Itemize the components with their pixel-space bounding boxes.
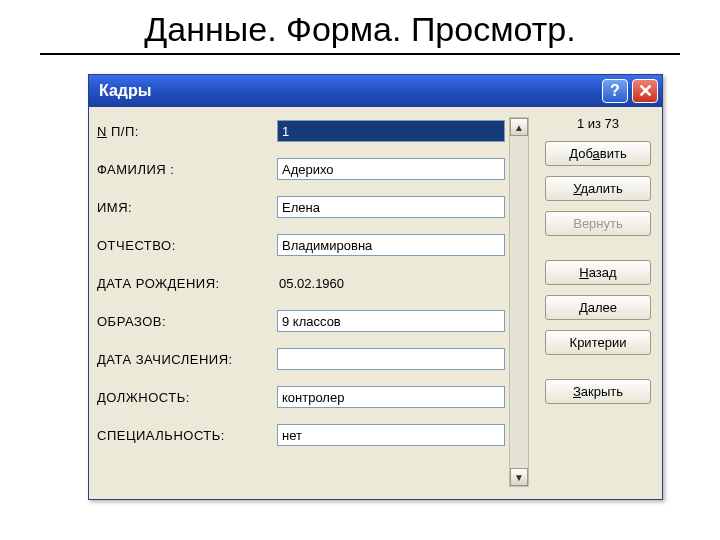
field-row-education: ОБРАЗОВ: <box>97 303 505 339</box>
criteria-button[interactable]: Критерии <box>545 330 651 355</box>
close-window-button[interactable]: ✕ <box>632 79 658 103</box>
add-button[interactable]: Добавить <box>545 141 651 166</box>
label-position: ДОЛЖНОСТЬ: <box>97 390 277 405</box>
field-row-npp: N П/П: <box>97 113 505 149</box>
chevron-up-icon: ▲ <box>514 122 524 133</box>
field-row-position: ДОЛЖНОСТЬ: <box>97 379 505 415</box>
input-npp[interactable] <box>277 120 505 142</box>
scroll-up-button[interactable]: ▲ <box>510 118 528 136</box>
back-button[interactable]: Назад <box>545 260 651 285</box>
label-patronymic: ОТЧЕСТВО: <box>97 238 277 253</box>
scroll-down-button[interactable]: ▼ <box>510 468 528 486</box>
label-name: ИМЯ: <box>97 200 277 215</box>
label-enroll-date: ДАТА ЗАЧИСЛЕНИЯ: <box>97 352 277 367</box>
close-button[interactable]: Закрыть <box>545 379 651 404</box>
input-name[interactable] <box>277 196 505 218</box>
field-row-birthdate: ДАТА РОЖДЕНИЯ: 05.02.1960 <box>97 265 505 301</box>
delete-button[interactable]: Удалить <box>545 176 651 201</box>
label-family: ФАМИЛИЯ : <box>97 162 277 177</box>
label-npp: N П/П: <box>97 124 277 139</box>
input-position[interactable] <box>277 386 505 408</box>
input-education[interactable] <box>277 310 505 332</box>
input-specialty[interactable] <box>277 424 505 446</box>
input-patronymic[interactable] <box>277 234 505 256</box>
label-specialty: СПЕЦИАЛЬНОСТЬ: <box>97 428 277 443</box>
titlebar: Кадры ? ✕ <box>89 75 662 107</box>
client-area: N П/П: ФАМИЛИЯ : ИМЯ: ОТЧЕСТВО: ДАТА РОЖ… <box>89 107 662 499</box>
record-counter: 1 из 73 <box>542 113 654 135</box>
help-button[interactable]: ? <box>602 79 628 103</box>
window-title: Кадры <box>99 82 598 100</box>
input-enroll-date[interactable] <box>277 348 505 370</box>
input-family[interactable] <box>277 158 505 180</box>
revert-button[interactable]: Вернуть <box>545 211 651 236</box>
form-scrollbar[interactable]: ▲ ▼ <box>509 117 529 487</box>
label-birthdate: ДАТА РОЖДЕНИЯ: <box>97 276 277 291</box>
side-panel: 1 из 73 Добавить Удалить Вернуть Назад Д… <box>542 113 654 414</box>
form-area: N П/П: ФАМИЛИЯ : ИМЯ: ОТЧЕСТВО: ДАТА РОЖ… <box>97 113 505 493</box>
next-button[interactable]: Далее <box>545 295 651 320</box>
field-row-patronymic: ОТЧЕСТВО: <box>97 227 505 263</box>
chevron-down-icon: ▼ <box>514 472 524 483</box>
text-birthdate: 05.02.1960 <box>277 276 344 291</box>
close-icon: ✕ <box>638 80 653 102</box>
dialog-window: Кадры ? ✕ N П/П: ФАМИЛИЯ : ИМЯ: ОТЧЕСТВО… <box>88 74 663 500</box>
field-row-name: ИМЯ: <box>97 189 505 225</box>
slide-title: Данные. Форма. Просмотр. <box>40 0 680 55</box>
field-row-family: ФАМИЛИЯ : <box>97 151 505 187</box>
label-education: ОБРАЗОВ: <box>97 314 277 329</box>
help-icon: ? <box>610 82 620 100</box>
field-row-specialty: СПЕЦИАЛЬНОСТЬ: <box>97 417 505 453</box>
field-row-enroll-date: ДАТА ЗАЧИСЛЕНИЯ: <box>97 341 505 377</box>
